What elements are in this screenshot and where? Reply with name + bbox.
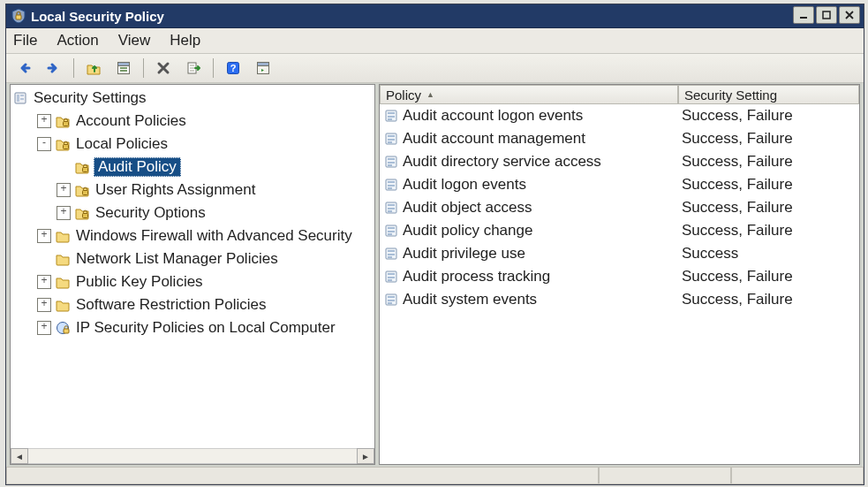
- forward-button[interactable]: [42, 57, 66, 80]
- status-pane: [599, 467, 731, 484]
- details-button[interactable]: [111, 57, 136, 80]
- policy-item-icon: [383, 247, 399, 261]
- policy-label: Audit directory service access: [403, 153, 601, 171]
- tree-item-label: Public Key Policies: [74, 273, 205, 291]
- list-row[interactable]: Audit system eventsSuccess, Failure: [380, 288, 859, 311]
- policy-label: Audit process tracking: [403, 268, 550, 285]
- setting-label: Success, Failure: [678, 130, 859, 148]
- help-button[interactable]: [221, 57, 245, 80]
- col-header-setting-label: Security Setting: [684, 88, 777, 103]
- col-header-setting[interactable]: Security Setting: [678, 85, 859, 104]
- policy-item-icon: [383, 109, 399, 123]
- spacer-icon: [37, 252, 51, 266]
- svg-rect-19: [823, 11, 830, 19]
- collapse-icon[interactable]: -: [37, 137, 51, 151]
- menu-file[interactable]: File: [13, 32, 37, 49]
- tree-item[interactable]: +Software Restriction Policies: [12, 293, 374, 316]
- divider-icon: [143, 58, 144, 78]
- list-row[interactable]: Audit policy changeSuccess, Failure: [380, 219, 859, 242]
- policy-pane-icon: [12, 91, 28, 105]
- expand-icon[interactable]: +: [37, 275, 51, 289]
- expand-icon[interactable]: +: [57, 183, 71, 197]
- scroll-left-button[interactable]: ◄: [11, 448, 28, 464]
- tree-item-label: IP Security Policies on Local Computer: [74, 319, 337, 337]
- scroll-right-button[interactable]: ►: [357, 448, 374, 464]
- list-row[interactable]: Audit account managementSuccess, Failure: [380, 127, 859, 150]
- tree-item-label: Security Options: [94, 204, 208, 222]
- expand-icon[interactable]: +: [37, 229, 51, 243]
- tree-scroll[interactable]: Security Settings +Account Policies-Loca…: [11, 85, 374, 448]
- menu-bar: File Action View Help: [6, 28, 864, 54]
- list-header: Policy ▲ Security Setting: [380, 85, 859, 104]
- list-row[interactable]: Audit process trackingSuccess, Failure: [380, 265, 859, 288]
- tree-item[interactable]: +Security Options: [12, 202, 374, 224]
- tree-root[interactable]: Security Settings: [12, 87, 374, 110]
- list-row[interactable]: Audit directory service accessSuccess, F…: [380, 150, 859, 173]
- divider-icon: [213, 58, 214, 78]
- setting-label: Success, Failure: [678, 107, 859, 125]
- tree-item[interactable]: +Account Policies: [12, 110, 374, 133]
- folder-icon: [55, 298, 71, 312]
- tree-item-label: Windows Firewall with Advanced Security: [74, 227, 354, 245]
- setting-label: Success, Failure: [678, 153, 859, 171]
- tree-item[interactable]: +Windows Firewall with Advanced Security: [12, 224, 374, 247]
- list-row[interactable]: Audit privilege useSuccess: [380, 242, 859, 265]
- policy-item-icon: [383, 270, 399, 284]
- policy-label: Audit system events: [403, 291, 537, 308]
- setting-label: Success, Failure: [678, 291, 859, 308]
- back-button[interactable]: [11, 57, 36, 80]
- expand-icon[interactable]: +: [37, 298, 51, 312]
- up-button[interactable]: [81, 57, 106, 80]
- ipsec-icon: [55, 321, 71, 335]
- expand-icon[interactable]: +: [37, 114, 51, 128]
- tree-item[interactable]: +User Rights Assignment: [12, 179, 374, 202]
- folder-lock-icon: [55, 137, 71, 151]
- tree-item[interactable]: +IP Security Policies on Local Computer: [12, 316, 374, 339]
- list-row[interactable]: Audit account logon eventsSuccess, Failu…: [380, 104, 859, 127]
- list-row[interactable]: Audit object accessSuccess, Failure: [380, 196, 859, 219]
- policy-label: Audit policy change: [403, 222, 532, 240]
- policy-item-icon: [383, 201, 399, 215]
- divider-icon: [73, 58, 74, 78]
- scroll-track[interactable]: [28, 448, 357, 464]
- policy-item-icon: [383, 155, 399, 169]
- show-button[interactable]: [251, 57, 275, 80]
- list-panel: Policy ▲ Security Setting Audit account …: [379, 84, 860, 465]
- window-title: Local Security Policy: [31, 9, 164, 24]
- close-button[interactable]: [839, 6, 860, 24]
- policy-label: Audit object access: [403, 199, 532, 217]
- setting-label: Success, Failure: [678, 222, 859, 240]
- list-row[interactable]: Audit logon eventsSuccess, Failure: [380, 173, 859, 196]
- status-pane: [6, 467, 599, 484]
- tree-item[interactable]: -Local Policies: [12, 133, 374, 156]
- menu-action[interactable]: Action: [57, 32, 98, 49]
- hscrollbar[interactable]: ◄ ►: [11, 448, 374, 464]
- menu-view[interactable]: View: [118, 32, 151, 49]
- tree-root-label: Security Settings: [32, 89, 148, 107]
- tree-item-label: Software Restriction Policies: [74, 296, 268, 314]
- folder-icon: [55, 252, 71, 266]
- minimize-button[interactable]: [793, 6, 814, 24]
- tree-item-label: Local Policies: [74, 135, 170, 153]
- delete-button[interactable]: [151, 57, 176, 80]
- menu-help[interactable]: Help: [170, 32, 200, 49]
- export-button[interactable]: [181, 57, 206, 80]
- tree-item[interactable]: Network List Manager Policies: [12, 247, 374, 270]
- setting-label: Success: [678, 245, 859, 263]
- sort-asc-icon: ▲: [426, 90, 434, 99]
- setting-label: Success, Failure: [678, 176, 859, 194]
- list-body[interactable]: Audit account logon eventsSuccess, Failu…: [380, 104, 859, 464]
- col-header-policy[interactable]: Policy ▲: [380, 85, 678, 104]
- policy-item-icon: [383, 224, 399, 238]
- status-pane: [731, 467, 864, 484]
- tree-item-label: Account Policies: [74, 112, 188, 130]
- expand-icon[interactable]: +: [57, 206, 71, 220]
- title-bar[interactable]: Local Security Policy: [6, 4, 864, 28]
- folder-icon: [55, 229, 71, 243]
- expand-icon[interactable]: +: [37, 321, 51, 335]
- tree-item[interactable]: Audit Policy: [12, 156, 374, 179]
- app-icon: [11, 9, 26, 23]
- tree-item[interactable]: +Public Key Policies: [12, 270, 374, 293]
- maximize-button[interactable]: [816, 6, 837, 24]
- policy-label: Audit logon events: [403, 176, 526, 194]
